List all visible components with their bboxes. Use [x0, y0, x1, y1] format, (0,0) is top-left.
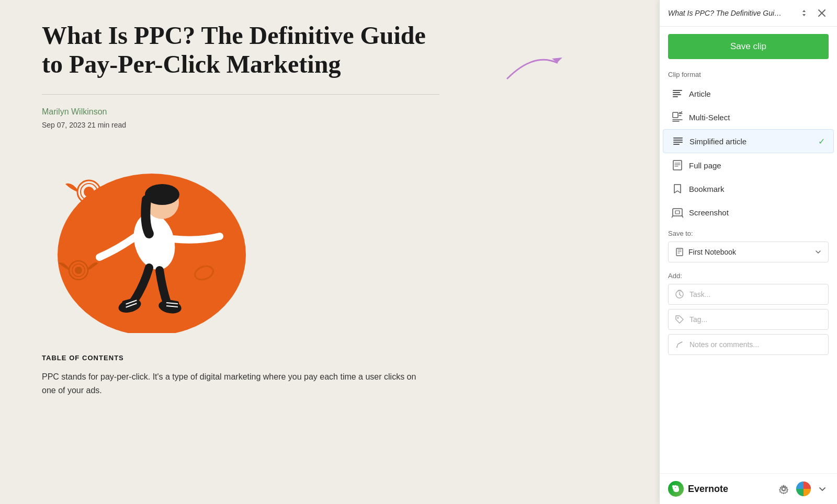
- article-toc-heading: TABLE OF CONTENTS: [42, 354, 502, 362]
- settings-button[interactable]: [776, 482, 791, 496]
- notebook-icon: [675, 247, 684, 257]
- svg-line-40: [672, 216, 673, 217]
- format-item-multi-select[interactable]: Multi-Select: [663, 106, 834, 129]
- format-item-screenshot[interactable]: Screenshot: [663, 201, 834, 224]
- evernote-logo: Evernote: [668, 481, 728, 497]
- svg-rect-35: [673, 161, 682, 170]
- multi-select-icon: [671, 111, 684, 123]
- clip-format-label: Clip format: [660, 66, 837, 82]
- format-item-full-page[interactable]: Full page: [663, 154, 834, 177]
- svg-rect-22: [673, 90, 682, 91]
- format-list: Article Multi-Select: [660, 82, 837, 224]
- svg-point-51: [676, 347, 677, 348]
- clipper-panel: What Is PPC? The Definitive Gui… Save cl…: [659, 0, 837, 504]
- task-input[interactable]: Task...: [668, 284, 829, 305]
- svg-rect-23: [673, 92, 680, 93]
- screenshot-icon: [671, 206, 684, 219]
- article-author: Marilyn Wilkinson: [42, 107, 502, 117]
- full-page-icon: [671, 159, 684, 171]
- tag-icon: [675, 315, 684, 324]
- format-item-article[interactable]: Article: [663, 82, 834, 105]
- format-label-screenshot: Screenshot: [689, 208, 729, 217]
- format-label-bookmark: Bookmark: [689, 185, 725, 193]
- tag-input[interactable]: Tag...: [668, 309, 829, 330]
- svg-rect-25: [673, 96, 678, 97]
- format-label-article: Article: [689, 89, 711, 98]
- svg-rect-39: [673, 209, 682, 216]
- article-icon: [671, 87, 684, 100]
- bookmark-icon: [671, 182, 684, 195]
- simplified-article-icon: [672, 135, 684, 147]
- save-to-section: Save to: First Notebook: [660, 224, 837, 266]
- add-label: Add:: [668, 272, 829, 280]
- notebook-selector[interactable]: First Notebook: [668, 242, 829, 262]
- svg-rect-31: [673, 138, 683, 139]
- chevron-down-footer-icon: [818, 485, 827, 493]
- svg-rect-42: [675, 211, 680, 214]
- article-body: PPC stands for pay-per-click. It's a typ…: [42, 370, 418, 397]
- expand-button[interactable]: [816, 483, 829, 495]
- svg-line-41: [682, 216, 683, 217]
- notebook-name: First Notebook: [688, 248, 736, 256]
- task-placeholder: Task...: [689, 290, 710, 299]
- notes-icon: [675, 340, 684, 349]
- evernote-elephant-icon: [668, 481, 684, 497]
- svg-rect-32: [673, 140, 683, 141]
- article-meta: Sep 07, 2023 21 min read: [42, 121, 502, 129]
- article-divider: [42, 94, 439, 95]
- close-icon: [817, 8, 827, 18]
- panel-footer: Evernote: [660, 473, 837, 504]
- format-item-bookmark[interactable]: Bookmark: [663, 177, 834, 200]
- svg-line-49: [680, 294, 681, 296]
- svg-point-18: [75, 267, 82, 274]
- notes-placeholder: Notes or comments...: [689, 340, 759, 349]
- sort-button[interactable]: [797, 7, 811, 19]
- task-icon: [675, 290, 684, 299]
- notes-input[interactable]: Notes or comments...: [668, 334, 829, 355]
- svg-rect-34: [673, 144, 680, 145]
- footer-icons: [776, 482, 829, 496]
- panel-header: What Is PPC? The Definitive Gui…: [660, 0, 837, 27]
- add-section: Add: Task... Tag...: [660, 266, 837, 362]
- panel-header-icons: [797, 7, 829, 19]
- save-clip-button[interactable]: Save clip: [668, 34, 829, 59]
- format-label-simplified-article: Simplified article: [689, 137, 746, 146]
- chevron-down-icon: [815, 248, 822, 256]
- svg-marker-19: [552, 58, 562, 63]
- svg-rect-43: [676, 248, 683, 256]
- format-item-simplified-article[interactable]: Simplified article ✓: [663, 129, 834, 153]
- svg-point-50: [677, 317, 679, 319]
- settings-gear-icon: [778, 484, 789, 494]
- account-avatar[interactable]: [796, 482, 811, 496]
- sort-icon: [799, 8, 809, 18]
- account-icon-svg: [796, 482, 811, 496]
- notebook-selector-left: First Notebook: [675, 247, 736, 257]
- selected-check-icon: ✓: [818, 136, 825, 146]
- svg-rect-24: [673, 94, 681, 95]
- article-title: What Is PPC? The Definitive Guide to Pay…: [42, 21, 439, 78]
- svg-rect-33: [673, 142, 683, 143]
- svg-point-14: [84, 187, 94, 197]
- save-to-label: Save to:: [668, 230, 829, 237]
- svg-rect-26: [673, 112, 678, 118]
- format-label-full-page: Full page: [689, 161, 721, 170]
- panel-title: What Is PPC? The Definitive Gui…: [668, 9, 782, 17]
- article-area: What Is PPC? The Definitive Guide to Pay…: [0, 0, 544, 504]
- tag-placeholder: Tag...: [689, 315, 707, 324]
- close-button[interactable]: [815, 7, 829, 19]
- article-illustration: [42, 145, 272, 333]
- evernote-brand-name: Evernote: [688, 484, 728, 495]
- format-label-multi-select: Multi-Select: [689, 113, 730, 122]
